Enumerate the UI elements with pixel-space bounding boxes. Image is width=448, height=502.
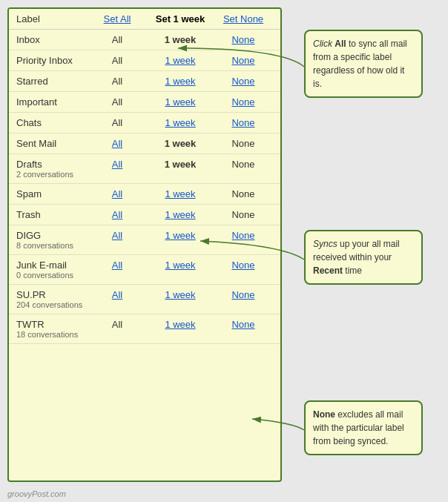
none-cell-10[interactable]: None bbox=[214, 260, 273, 271]
callout-mid-bold: Recent bbox=[313, 265, 343, 276]
week-cell-7[interactable]: 1 week bbox=[147, 188, 214, 199]
label-sub-10: 0 conversations bbox=[16, 271, 88, 280]
label-name-5: Sent Mail bbox=[16, 138, 88, 149]
label-cell-3: Important bbox=[16, 96, 88, 108]
callout-mid-end: time bbox=[343, 265, 362, 276]
label-name-4: Chats bbox=[16, 117, 88, 128]
watermark: groovyPost.com bbox=[7, 489, 66, 498]
table-row: Sent MailAll1 weekNone bbox=[9, 133, 280, 154]
label-sub-6: 2 conversations bbox=[16, 170, 88, 179]
col-header-label: Label bbox=[16, 13, 88, 24]
col-header-set-none[interactable]: Set None bbox=[214, 13, 273, 24]
label-name-10: Junk E-mail bbox=[16, 260, 88, 271]
all-cell-7[interactable]: All bbox=[88, 188, 147, 199]
callout-bot: None excludes all mail with the particul… bbox=[304, 400, 423, 455]
label-name-2: Starred bbox=[16, 76, 88, 87]
all-cell-2: All bbox=[88, 76, 147, 87]
callout-top-italic: Click bbox=[313, 39, 335, 49]
all-cell-1: All bbox=[88, 55, 147, 66]
label-name-7: Spam bbox=[16, 188, 88, 199]
none-cell-4[interactable]: None bbox=[214, 117, 273, 128]
none-cell-5: None bbox=[214, 138, 273, 149]
table-row: ImportantAll1 weekNone bbox=[9, 92, 280, 113]
table-row: DIGG8 conversationsAll1 weekNone bbox=[9, 225, 280, 255]
label-cell-8: Trash bbox=[16, 209, 88, 220]
label-name-12: TWTR bbox=[16, 319, 88, 330]
label-cell-11: SU.PR204 conversations bbox=[16, 289, 88, 309]
main-container: Label Set All Set 1 week Set None InboxA… bbox=[7, 7, 441, 482]
label-sub-11: 204 conversations bbox=[16, 300, 88, 309]
table-row: StarredAll1 weekNone bbox=[9, 71, 280, 92]
table-row: Junk E-mail0 conversationsAll1 weekNone bbox=[9, 255, 280, 285]
week-cell-11[interactable]: 1 week bbox=[147, 289, 214, 300]
label-name-9: DIGG bbox=[16, 230, 88, 241]
label-cell-6: Drafts2 conversations bbox=[16, 159, 88, 179]
all-cell-12: All bbox=[88, 319, 147, 330]
none-cell-6: None bbox=[214, 159, 273, 170]
label-sub-9: 8 conversations bbox=[16, 241, 88, 250]
label-cell-12: TWTR18 conversations bbox=[16, 319, 88, 339]
table-row: TWTR18 conversationsAll1 weekNone bbox=[9, 314, 280, 344]
col-header-set-all[interactable]: Set All bbox=[88, 13, 147, 24]
label-cell-5: Sent Mail bbox=[16, 138, 88, 149]
col-header-set-week[interactable]: Set 1 week bbox=[147, 13, 214, 24]
label-cell-10: Junk E-mail0 conversations bbox=[16, 260, 88, 280]
table-row: TrashAll1 weekNone bbox=[9, 205, 280, 225]
none-cell-8: None bbox=[214, 209, 273, 220]
none-cell-1[interactable]: None bbox=[214, 55, 273, 66]
table-row: InboxAll1 weekNone bbox=[9, 30, 280, 50]
week-cell-12[interactable]: 1 week bbox=[147, 319, 214, 330]
callout-mid: Syncs up your all mail received within y… bbox=[304, 230, 423, 285]
all-cell-5[interactable]: All bbox=[88, 138, 147, 149]
none-cell-0[interactable]: None bbox=[214, 34, 273, 45]
label-name-8: Trash bbox=[16, 209, 88, 220]
week-cell-9[interactable]: 1 week bbox=[147, 230, 214, 241]
none-cell-2[interactable]: None bbox=[214, 76, 273, 87]
week-cell-2[interactable]: 1 week bbox=[147, 76, 214, 87]
label-name-6: Drafts bbox=[16, 159, 88, 170]
week-cell-0[interactable]: 1 week bbox=[147, 34, 214, 45]
label-cell-1: Priority Inbox bbox=[16, 55, 88, 66]
none-cell-7: None bbox=[214, 188, 273, 199]
none-cell-9[interactable]: None bbox=[214, 230, 273, 241]
label-cell-7: Spam bbox=[16, 188, 88, 199]
label-name-3: Important bbox=[16, 96, 88, 108]
callout-top-bold: All bbox=[335, 39, 346, 49]
table-row: SU.PR204 conversationsAll1 weekNone bbox=[9, 285, 280, 314]
all-cell-3: All bbox=[88, 96, 147, 108]
all-cell-8[interactable]: All bbox=[88, 209, 147, 220]
label-name-1: Priority Inbox bbox=[16, 55, 88, 66]
label-name-0: Inbox bbox=[16, 34, 88, 45]
callout-bot-bold: None bbox=[313, 409, 335, 420]
week-cell-4[interactable]: 1 week bbox=[147, 117, 214, 128]
label-cell-4: Chats bbox=[16, 117, 88, 128]
callouts-area: Click All to sync all mail from a specif… bbox=[282, 7, 445, 482]
all-cell-0: All bbox=[88, 34, 147, 45]
all-cell-4: All bbox=[88, 117, 147, 128]
table-header: Label Set All Set 1 week Set None bbox=[9, 9, 280, 30]
week-cell-5[interactable]: 1 week bbox=[147, 138, 214, 149]
none-cell-12[interactable]: None bbox=[214, 319, 273, 330]
all-cell-11[interactable]: All bbox=[88, 289, 147, 300]
week-cell-6[interactable]: 1 week bbox=[147, 159, 214, 170]
label-cell-0: Inbox bbox=[16, 34, 88, 45]
table-panel: Label Set All Set 1 week Set None InboxA… bbox=[7, 7, 282, 482]
none-cell-11[interactable]: None bbox=[214, 289, 273, 300]
week-cell-8[interactable]: 1 week bbox=[147, 209, 214, 220]
label-cell-2: Starred bbox=[16, 76, 88, 87]
all-cell-6[interactable]: All bbox=[88, 159, 147, 170]
label-name-11: SU.PR bbox=[16, 289, 88, 300]
week-cell-10[interactable]: 1 week bbox=[147, 260, 214, 271]
label-cell-9: DIGG8 conversations bbox=[16, 230, 88, 250]
callout-top: Click All to sync all mail from a specif… bbox=[304, 30, 423, 98]
table-row: SpamAll1 weekNone bbox=[9, 184, 280, 205]
week-cell-3[interactable]: 1 week bbox=[147, 96, 214, 108]
table-row: Priority InboxAll1 weekNone bbox=[9, 50, 280, 71]
week-cell-1[interactable]: 1 week bbox=[147, 55, 214, 66]
callout-mid-italic: Syncs bbox=[313, 239, 337, 249]
none-cell-3[interactable]: None bbox=[214, 96, 273, 108]
all-cell-9[interactable]: All bbox=[88, 230, 147, 241]
label-sub-12: 18 conversations bbox=[16, 330, 88, 339]
all-cell-10[interactable]: All bbox=[88, 260, 147, 271]
table-row: ChatsAll1 weekNone bbox=[9, 113, 280, 133]
